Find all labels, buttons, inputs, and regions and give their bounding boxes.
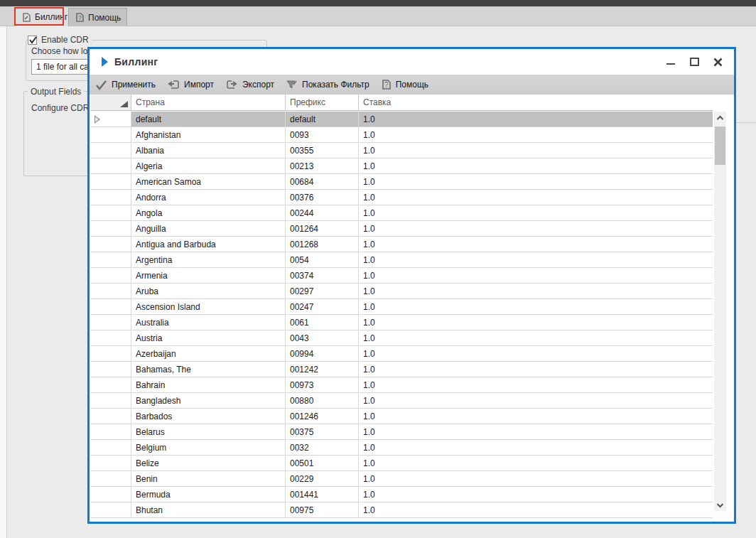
cell-country[interactable]: Austria bbox=[131, 330, 286, 346]
close-button[interactable] bbox=[711, 55, 724, 69]
row-selector[interactable] bbox=[90, 424, 131, 440]
row-selector[interactable] bbox=[90, 377, 131, 393]
table-row[interactable]: Austria00431.0 bbox=[90, 330, 713, 346]
cell-country[interactable]: Bhutan bbox=[131, 502, 286, 518]
table-row[interactable]: Barbados0012461.0 bbox=[90, 409, 713, 424]
cell-prefix[interactable]: 0043 bbox=[286, 330, 359, 346]
cell-rate[interactable]: 1.0 bbox=[359, 143, 713, 158]
cell-rate[interactable]: 1.0 bbox=[359, 377, 713, 393]
cell-country[interactable]: Ascension Island bbox=[131, 299, 286, 315]
row-selector[interactable] bbox=[90, 205, 131, 221]
vertical-scrollbar[interactable] bbox=[714, 112, 726, 511]
table-row[interactable]: Argentina00541.0 bbox=[90, 252, 713, 268]
show-filter-button[interactable]: Показать Фильтр bbox=[286, 79, 369, 90]
select-all-corner[interactable] bbox=[90, 95, 131, 110]
cell-prefix[interactable]: 00973 bbox=[286, 377, 359, 393]
cell-prefix[interactable]: 00247 bbox=[286, 299, 359, 315]
row-selector[interactable] bbox=[90, 158, 131, 174]
cell-prefix[interactable]: 00994 bbox=[286, 346, 359, 362]
export-button[interactable]: Экспорт bbox=[225, 79, 274, 90]
cell-rate[interactable]: 1.0 bbox=[359, 456, 713, 471]
row-selector[interactable] bbox=[90, 362, 131, 377]
cell-prefix[interactable]: 00355 bbox=[286, 143, 359, 158]
cell-prefix[interactable]: 001264 bbox=[286, 221, 359, 237]
table-row[interactable]: Algeria002131.0 bbox=[90, 158, 713, 174]
minimize-button[interactable] bbox=[664, 55, 677, 69]
row-selector[interactable] bbox=[90, 440, 131, 456]
row-selector[interactable] bbox=[90, 143, 131, 158]
row-selector[interactable] bbox=[90, 252, 131, 268]
cell-country[interactable]: Anguilla bbox=[131, 221, 286, 237]
cell-country[interactable]: Australia bbox=[131, 315, 286, 330]
cell-country[interactable]: Angola bbox=[131, 205, 286, 221]
maximize-button[interactable] bbox=[688, 55, 701, 69]
row-selector[interactable] bbox=[90, 174, 131, 190]
table-row[interactable]: Aruba002971.0 bbox=[90, 284, 713, 299]
column-header-rate[interactable]: Ставка bbox=[359, 95, 713, 110]
cell-prefix[interactable]: 00501 bbox=[286, 456, 359, 471]
cell-country[interactable]: Barbados bbox=[131, 409, 286, 424]
cell-country[interactable]: American Samoa bbox=[131, 174, 286, 190]
row-selector[interactable] bbox=[90, 221, 131, 237]
table-row[interactable]: Azerbaijan009941.0 bbox=[90, 346, 713, 362]
cell-prefix[interactable]: 00375 bbox=[286, 424, 359, 440]
column-header-prefix[interactable]: Префикс bbox=[286, 95, 359, 110]
scroll-up-icon[interactable] bbox=[714, 112, 726, 124]
cell-prefix[interactable]: 00376 bbox=[286, 190, 359, 205]
cell-country[interactable]: Benin bbox=[131, 471, 286, 487]
table-row[interactable]: Bhutan009751.0 bbox=[90, 502, 713, 518]
row-selector[interactable] bbox=[90, 456, 131, 471]
cell-rate[interactable]: 1.0 bbox=[359, 424, 713, 440]
cell-rate[interactable]: 1.0 bbox=[359, 409, 713, 424]
cell-rate[interactable]: 1.0 bbox=[359, 221, 713, 237]
cell-country[interactable]: Argentina bbox=[131, 252, 286, 268]
cell-rate[interactable]: 1.0 bbox=[359, 112, 713, 127]
table-row[interactable]: Angola002441.0 bbox=[90, 205, 713, 221]
enable-cdr-checkbox[interactable] bbox=[28, 36, 37, 45]
tab-billing[interactable]: Биллинг bbox=[16, 8, 73, 26]
table-row[interactable]: American Samoa006841.0 bbox=[90, 174, 713, 190]
cell-rate[interactable]: 1.0 bbox=[359, 299, 713, 315]
table-row[interactable]: Albania003551.0 bbox=[90, 143, 713, 158]
cell-prefix[interactable]: 0061 bbox=[286, 315, 359, 330]
row-selector[interactable] bbox=[90, 112, 131, 127]
row-selector[interactable] bbox=[90, 393, 131, 409]
cell-rate[interactable]: 1.0 bbox=[359, 315, 713, 330]
row-selector[interactable] bbox=[90, 284, 131, 299]
table-row[interactable]: Andorra003761.0 bbox=[90, 190, 713, 205]
cell-country[interactable]: Azerbaijan bbox=[131, 346, 286, 362]
cell-country[interactable]: Bahrain bbox=[131, 377, 286, 393]
cell-prefix[interactable]: 00684 bbox=[286, 174, 359, 190]
cell-rate[interactable]: 1.0 bbox=[359, 393, 713, 409]
row-selector[interactable] bbox=[90, 487, 131, 502]
cell-country[interactable]: Afghanistan bbox=[131, 127, 286, 143]
cell-prefix[interactable]: 00297 bbox=[286, 284, 359, 299]
row-selector[interactable] bbox=[90, 471, 131, 487]
table-row[interactable]: Ascension Island002471.0 bbox=[90, 299, 713, 315]
cell-rate[interactable]: 1.0 bbox=[359, 487, 713, 502]
row-selector[interactable] bbox=[90, 346, 131, 362]
cell-country[interactable]: Antigua and Barbuda bbox=[131, 237, 286, 252]
cell-rate[interactable]: 1.0 bbox=[359, 284, 713, 299]
cell-prefix[interactable]: 00213 bbox=[286, 158, 359, 174]
apply-button[interactable]: Применить bbox=[95, 80, 156, 90]
table-row[interactable]: Australia00611.0 bbox=[90, 315, 713, 330]
cell-prefix[interactable]: 001268 bbox=[286, 237, 359, 252]
cell-country[interactable]: Belize bbox=[131, 456, 286, 471]
cell-prefix[interactable]: 00975 bbox=[286, 502, 359, 518]
cell-country[interactable]: Belarus bbox=[131, 424, 286, 440]
cell-rate[interactable]: 1.0 bbox=[359, 127, 713, 143]
table-row[interactable]: Bangladesh008801.0 bbox=[90, 393, 713, 409]
cell-rate[interactable]: 1.0 bbox=[359, 252, 713, 268]
table-row[interactable]: Belgium00321.0 bbox=[90, 440, 713, 456]
table-row[interactable]: Bermuda0014411.0 bbox=[90, 487, 713, 502]
cell-prefix[interactable]: 001441 bbox=[286, 487, 359, 502]
cell-country[interactable]: Albania bbox=[131, 143, 286, 158]
tab-help[interactable]: ? Помощь bbox=[68, 8, 127, 26]
row-selector[interactable] bbox=[90, 409, 131, 424]
row-selector[interactable] bbox=[90, 502, 131, 518]
cell-prefix[interactable]: 0093 bbox=[286, 127, 359, 143]
row-selector[interactable] bbox=[90, 299, 131, 315]
row-selector[interactable] bbox=[90, 190, 131, 205]
cell-rate[interactable]: 1.0 bbox=[359, 237, 713, 252]
